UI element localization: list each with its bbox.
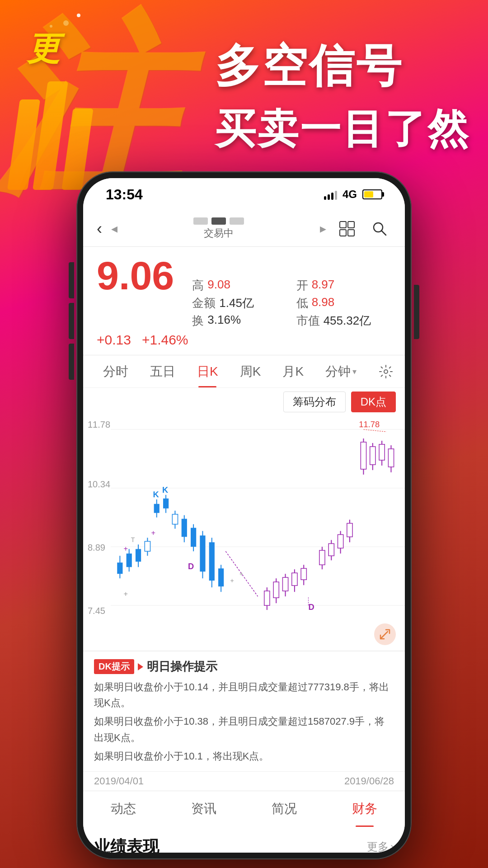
dk-line-1: 如果明日收盘价小于10.14，并且明日成交量超过777319.8手，将出现K点。 [94, 679, 394, 711]
svg-rect-31 [182, 519, 187, 537]
chart-y-bot: 8.89 [88, 542, 105, 553]
tab-zhouk[interactable]: 周K [229, 355, 272, 387]
svg-rect-1 [348, 222, 354, 228]
back-button[interactable]: ‹ [97, 219, 102, 238]
svg-rect-29 [172, 514, 178, 524]
dkBtn[interactable]: DK点 [351, 392, 396, 412]
svg-rect-67 [370, 447, 375, 465]
price-main: 9.06 [97, 256, 174, 296]
tab-rik[interactable]: 日K [186, 355, 229, 387]
svg-rect-69 [379, 444, 385, 460]
tab-wuri[interactable]: 五日 [139, 355, 186, 387]
stock-pill-3 [230, 217, 244, 225]
status-time: 13:54 [106, 186, 143, 203]
next-stock-button[interactable]: ▸ [320, 221, 326, 236]
chart-expand-button[interactable] [374, 623, 396, 645]
stock-info: 交易中 [117, 217, 320, 240]
hero-title-line1: 多空信号 [215, 36, 470, 97]
stock-pill-2 [211, 217, 226, 225]
svg-rect-36 [200, 535, 205, 571]
mktcap-label: 市值 [296, 313, 320, 329]
open-value: 8.97 [312, 278, 335, 293]
price-mktcap: 市值 455.32亿 [296, 313, 391, 329]
svg-text:+: + [124, 590, 128, 598]
chart-y-mid: 10.34 [88, 479, 110, 490]
tab-fenzhong[interactable]: 分钟 ▾ [314, 355, 367, 387]
tab-zixun[interactable]: 资讯 [164, 791, 244, 827]
price-stats: 高 9.08 开 8.97 金额 1.45亿 低 [192, 278, 391, 329]
high-label: 高 [192, 278, 204, 293]
svg-rect-51 [292, 573, 297, 585]
search-icon[interactable] [368, 217, 391, 241]
svg-text:K: K [153, 490, 159, 499]
tab-dongtai[interactable]: 动态 [83, 791, 164, 827]
svg-rect-23 [154, 504, 160, 513]
hero-title-line2: 买卖一目了然 [215, 102, 470, 157]
svg-rect-53 [301, 568, 306, 580]
date-end: 2019/06/28 [344, 775, 394, 787]
svg-rect-49 [282, 577, 288, 591]
turnover-label: 换 [192, 313, 204, 329]
stock-trading-label: 交易中 [204, 226, 234, 240]
status-4g: 4G [343, 188, 357, 201]
choumaBtn[interactable]: 筹码分布 [283, 392, 346, 412]
svg-text:+: + [151, 529, 156, 537]
battery-fill [364, 191, 373, 198]
hero-title: 多空信号 买卖一目了然 [215, 36, 470, 157]
svg-rect-57 [319, 550, 325, 565]
stock-pills [193, 217, 244, 225]
chart-y-min: 7.45 [88, 606, 105, 616]
svg-text:+: + [230, 577, 234, 584]
svg-rect-16 [127, 553, 132, 567]
svg-rect-26 [163, 499, 169, 509]
svg-rect-40 [218, 568, 224, 586]
svg-rect-65 [361, 442, 366, 469]
tab-yuek[interactable]: 月K [272, 355, 314, 387]
svg-rect-47 [273, 582, 279, 598]
tab-jiankuang[interactable]: 简况 [244, 791, 324, 827]
settings-icon[interactable] [335, 217, 359, 241]
svg-text:T: T [131, 537, 135, 544]
svg-text:D: D [188, 562, 194, 571]
svg-rect-63 [347, 524, 352, 537]
svg-text:11.78: 11.78 [359, 420, 380, 429]
dk-info: DK提示 明日操作提示 如果明日收盘价小于10.14，并且明日成交量超过7773… [83, 651, 405, 771]
svg-rect-59 [328, 543, 334, 556]
signal-bar-4 [335, 191, 337, 200]
price-change-pct: +1.46% [142, 332, 188, 348]
yeji-more-button[interactable]: 更多 › [367, 840, 394, 853]
price-change: +0.13 [97, 332, 131, 348]
nav-bar: ‹ ◂ 交易中 ▸ [83, 211, 405, 247]
status-bar: 13:54 4G [83, 178, 405, 211]
price-low: 低 8.98 [296, 295, 391, 311]
low-value: 8.98 [312, 295, 335, 311]
mktcap-value: 455.32亿 [324, 313, 371, 329]
price-turnover: 换 3.16% [192, 313, 287, 329]
bottom-tabs: 动态 资讯 简况 财务 [83, 791, 405, 827]
dk-content: 如果明日收盘价小于10.14，并且明日成交量超过777319.8手，将出现K点。… [94, 679, 394, 764]
price-high: 高 9.08 [192, 278, 287, 293]
phone-wrapper: 13:54 4G ‹ ◂ [77, 172, 411, 859]
amount-label: 金额 [192, 295, 216, 311]
svg-text:+: + [239, 570, 243, 577]
nav-right-icons [335, 217, 391, 241]
svg-rect-71 [388, 449, 394, 467]
prev-stock-button[interactable]: ◂ [111, 221, 117, 236]
signal-bars [324, 189, 337, 200]
svg-rect-0 [340, 222, 346, 228]
dk-info-header: DK提示 明日操作提示 [94, 659, 394, 675]
tab-caiwu[interactable]: 财务 [324, 791, 405, 827]
hero-small-text: 更 [27, 27, 60, 71]
svg-rect-18 [136, 549, 141, 561]
chart-tabs: 分时 五日 日K 周K 月K 分钟 ▾ [83, 355, 405, 388]
chart-buttons-row: 筹码分布 DK点 [83, 388, 405, 416]
settings-button[interactable] [376, 362, 396, 382]
svg-rect-38 [209, 542, 215, 580]
chart-area: 11.78 10.34 8.89 7.45 11.78 [83, 416, 405, 651]
tab-fenshi[interactable]: 分时 [92, 355, 139, 387]
price-section: 9.06 高 9.08 开 8.97 金额 1.45亿 [83, 247, 405, 355]
dk-triangle-icon [138, 663, 143, 670]
status-right: 4G [324, 188, 382, 201]
open-label: 开 [296, 278, 308, 293]
svg-rect-2 [340, 230, 346, 236]
